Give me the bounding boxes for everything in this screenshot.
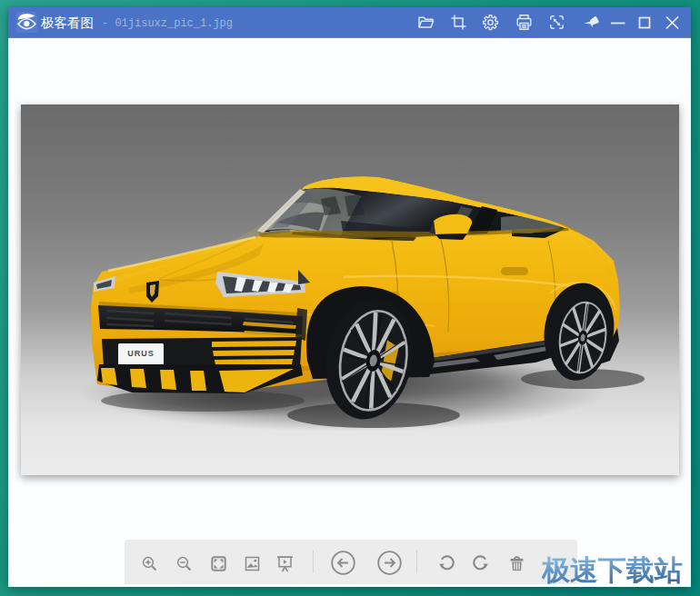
svg-text:URUS: URUS bbox=[127, 349, 155, 358]
